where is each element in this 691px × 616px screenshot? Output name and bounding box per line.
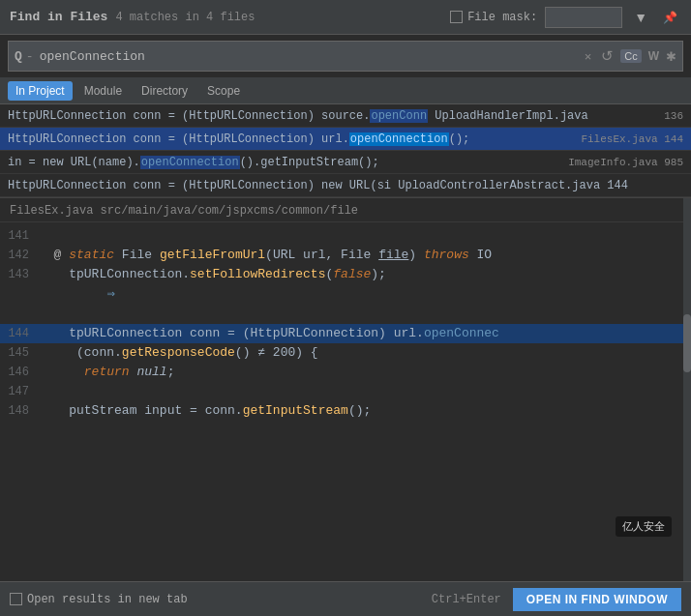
result-file-2: FilesEx.java 144 bbox=[581, 133, 683, 145]
line-content: tpURLConnection conn = (HttpURLConnectio… bbox=[39, 324, 691, 343]
top-bar: Find in Files 4 matches in 4 files File … bbox=[0, 0, 691, 35]
search-actions: × ↺ Cc W ✱ bbox=[582, 46, 676, 66]
filter-icon[interactable]: ▼ bbox=[630, 8, 651, 27]
line-content: tpURLConnection.setFollowRedirects(false… bbox=[39, 265, 691, 324]
code-viewer: FilesEx.java src/main/java/com/jspxcms/c… bbox=[0, 198, 691, 585]
code-line: 145 (conn.getResponseCode() ≠ 200) { bbox=[0, 343, 691, 363]
search-input[interactable] bbox=[40, 49, 578, 64]
line-number: 143 bbox=[0, 265, 39, 284]
code-lines: 141 142 @ static File getFileFromUrl(URL… bbox=[0, 222, 691, 425]
open-new-tab-label: Open results in new tab bbox=[27, 593, 188, 606]
code-line: 141 bbox=[0, 226, 691, 246]
file-mask-input[interactable] bbox=[545, 7, 622, 28]
code-line: 146 return null; bbox=[0, 363, 691, 382]
line-content: putStream input = conn.getInputStream(); bbox=[39, 401, 691, 421]
result-row[interactable]: HttpURLConnection conn = (HttpURLConnect… bbox=[0, 174, 691, 197]
result-row[interactable]: in = new URL(name).openConnection().getI… bbox=[0, 151, 691, 174]
result-row[interactable]: HttpURLConnection conn = (HttpURLConnect… bbox=[0, 128, 691, 151]
line-content: @ static File getFileFromUrl(URL url, Fi… bbox=[39, 246, 691, 265]
tab-scope[interactable]: Scope bbox=[199, 81, 248, 101]
line-number: 146 bbox=[0, 363, 39, 382]
line-number: 145 bbox=[0, 343, 39, 363]
line-number: 141 bbox=[0, 226, 39, 246]
open-new-tab-option: Open results in new tab bbox=[10, 593, 188, 606]
case-sensitive-button[interactable]: Cc bbox=[620, 49, 641, 63]
tab-directory[interactable]: Directory bbox=[134, 81, 195, 101]
line-content: (conn.getResponseCode() ≠ 200) { bbox=[39, 343, 691, 363]
tab-module[interactable]: Module bbox=[76, 81, 130, 101]
bottom-bar: Open results in new tab Ctrl+Enter OPEN … bbox=[0, 581, 691, 616]
line-number: 148 bbox=[0, 401, 39, 421]
tab-in-project[interactable]: In Project bbox=[8, 81, 73, 101]
watermark: 亿人安全 bbox=[616, 516, 672, 537]
tabs-bar: In Project Module Directory Scope bbox=[0, 77, 691, 104]
result-code-1: HttpURLConnection conn = (HttpURLConnect… bbox=[8, 109, 656, 123]
result-code-4: HttpURLConnection conn = (HttpURLConnect… bbox=[8, 179, 683, 192]
open-new-tab-checkbox[interactable] bbox=[10, 593, 22, 605]
word-match-button[interactable]: W bbox=[646, 48, 662, 64]
shortcut-label: Ctrl+Enter bbox=[432, 593, 501, 606]
scrollbar-thumb[interactable] bbox=[683, 314, 691, 372]
file-mask-text: File mask: bbox=[467, 11, 537, 24]
result-file-3: ImageInfo.java 985 bbox=[568, 157, 683, 168]
panel-title: Find in Files bbox=[10, 10, 107, 24]
results-list: HttpURLConnection conn = (HttpURLConnect… bbox=[0, 104, 691, 198]
line-number: 142 bbox=[0, 246, 39, 265]
code-header: FilesEx.java src/main/java/com/jspxcms/c… bbox=[0, 198, 691, 222]
code-line-active: 144 tpURLConnection conn = (HttpURLConne… bbox=[0, 324, 691, 343]
search-dash: - bbox=[26, 49, 34, 64]
file-mask-checkbox[interactable] bbox=[450, 11, 463, 23]
code-line: 148 putStream input = conn.getInputStrea… bbox=[0, 401, 691, 421]
code-filename: FilesEx.java src/main/java/com/jspxcms/c… bbox=[10, 204, 358, 218]
open-in-find-window-button[interactable]: OPEN IN FIND WINDOW bbox=[513, 588, 681, 611]
result-file-1: 136 bbox=[664, 110, 683, 122]
result-row[interactable]: HttpURLConnection conn = (HttpURLConnect… bbox=[0, 104, 691, 128]
scrollbar-vertical[interactable] bbox=[683, 198, 691, 585]
result-code-3: in = new URL(name).openConnection().getI… bbox=[8, 156, 560, 169]
file-mask-label: File mask: bbox=[450, 11, 537, 24]
code-line: 143 tpURLConnection.setFollowRedirects(f… bbox=[0, 265, 691, 324]
star-button[interactable]: ✱ bbox=[666, 49, 676, 64]
line-number: 144 bbox=[0, 324, 39, 343]
top-bar-actions: File mask: ▼ 📌 bbox=[450, 7, 681, 28]
line-number: 147 bbox=[0, 382, 39, 401]
line-content: return null; bbox=[39, 363, 691, 382]
pin-icon[interactable]: 📌 bbox=[659, 9, 681, 26]
matches-count: 4 matches in 4 files bbox=[115, 11, 450, 24]
search-q-icon: Q bbox=[15, 49, 22, 64]
search-bar: Q - × ↺ Cc W ✱ bbox=[8, 41, 683, 72]
clear-search-button[interactable]: × bbox=[582, 48, 595, 65]
regex-button[interactable]: ↺ bbox=[598, 46, 616, 66]
result-code-2: HttpURLConnection conn = (HttpURLConnect… bbox=[8, 132, 573, 146]
code-line: 147 bbox=[0, 382, 691, 401]
code-line: 142 @ static File getFileFromUrl(URL url… bbox=[0, 246, 691, 265]
